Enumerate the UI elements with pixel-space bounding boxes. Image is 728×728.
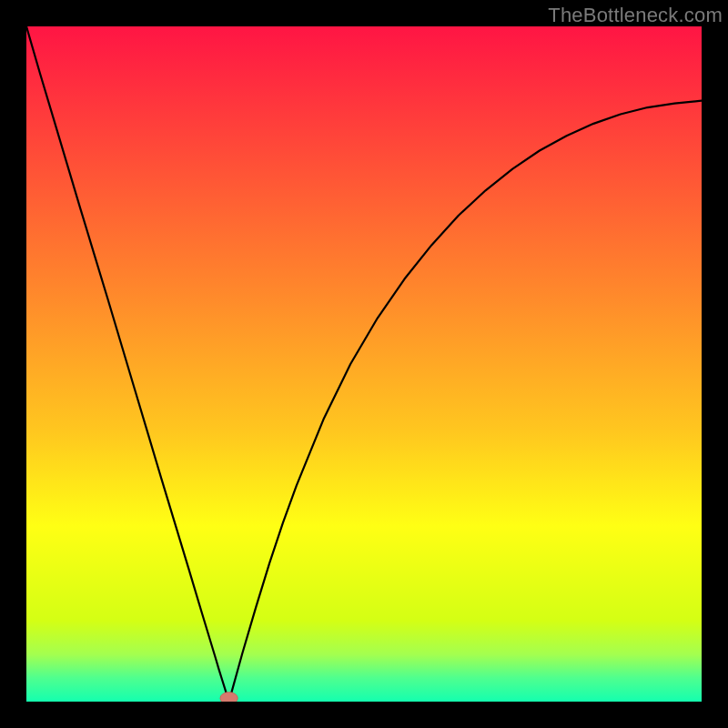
chart-frame: TheBottleneck.com	[0, 0, 728, 728]
watermark-text: TheBottleneck.com	[548, 4, 723, 27]
chart-plot-area	[26, 26, 702, 702]
minimum-marker	[220, 693, 238, 702]
chart-svg	[26, 26, 702, 702]
